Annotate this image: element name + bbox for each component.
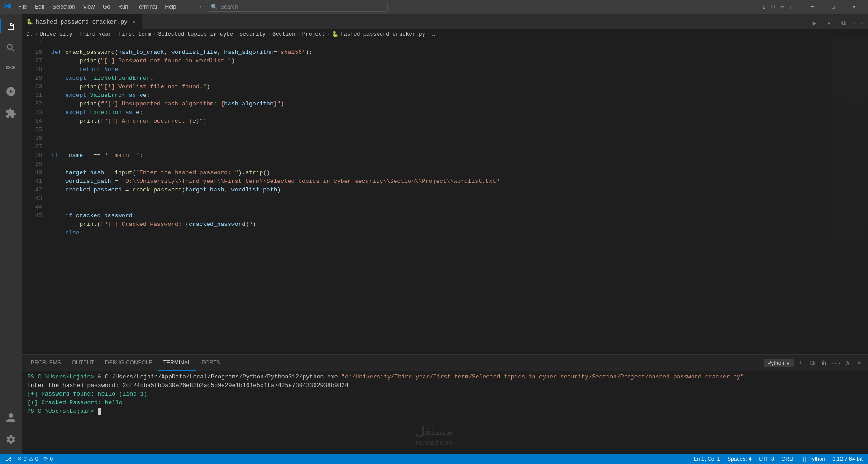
more-terminal-button[interactable]: ··· [831, 358, 841, 368]
encoding-text: UTF-8 [759, 456, 774, 462]
tab-bar: 🐍 hashed password cracker.py ✕ ▶ ▾ ⧉ ··· [22, 14, 868, 29]
editor-tab[interactable]: 🐍 hashed password cracker.py ✕ [22, 14, 142, 29]
terminal-line-2: Enter the hashed password: 2cf24dba5fb0a… [27, 381, 863, 390]
status-bar-left: ⎇ ✕ 0 ⚠ 0 ⟳ 0 [4, 456, 55, 462]
breadcrumb-third-year[interactable]: Third year [79, 31, 112, 38]
language-item[interactable]: {} Python [801, 456, 827, 462]
search-icon[interactable] [0, 37, 22, 59]
status-bar-right: Ln 1, Col 1 Spaces: 4 UTF-8 CRLF {} Pyth… [692, 456, 864, 462]
menu-help[interactable]: Help [162, 3, 180, 11]
panel-tabs: PROBLEMS OUTPUT DEBUG CONSOLE TERMINAL P… [22, 355, 868, 371]
activity-bottom [0, 407, 22, 454]
encoding-item[interactable]: UTF-8 [757, 456, 776, 462]
tab-debug-console[interactable]: DEBUG CONSOLE [100, 355, 158, 371]
editor-area: 🐍 hashed password cracker.py ✕ ▶ ▾ ⧉ ···… [22, 14, 868, 454]
errors-item[interactable]: ✕ 0 ⚠ 0 [15, 456, 40, 462]
tab-actions: ▶ ▾ ⧉ ··· [808, 17, 868, 29]
minimize-button[interactable]: ─ [802, 0, 823, 14]
more-actions-button[interactable]: ··· [852, 17, 864, 29]
git-icon: ⎇ [5, 456, 12, 462]
warning-icon: ⚠ [29, 456, 33, 462]
language-icon: {} [803, 456, 806, 462]
code-editor[interactable]: 4 26 27 28 29 30 31 32 33 34 35 36 37 38… [22, 39, 868, 354]
settings-icon[interactable] [0, 429, 22, 450]
breadcrumb-first-term[interactable]: First term [119, 31, 151, 38]
language-text: Python [808, 456, 825, 462]
git-sync-item[interactable]: ⟳ 0 [42, 456, 55, 462]
split-terminal-button[interactable]: ⧉ [807, 358, 817, 368]
layout-toggle-1[interactable]: ⊞ [760, 3, 768, 10]
tab-ports[interactable]: PORTS [196, 355, 225, 371]
split-editor-button[interactable]: ⧉ [837, 17, 850, 29]
tab-problems[interactable]: PROBLEMS [25, 355, 67, 371]
terminal-line-1: PS C:\Users\Lojain> & C:/Users/Lojain/Ap… [27, 373, 863, 381]
main-layout: 🐍 hashed password cracker.py ✕ ▶ ▾ ⧉ ···… [0, 14, 868, 454]
breadcrumb-university[interactable]: University [40, 31, 72, 38]
spaces-item[interactable]: Spaces: 4 [725, 456, 753, 462]
menu-file[interactable]: File [14, 3, 30, 11]
sync-icon: ⟳ [43, 456, 48, 462]
title-bar-left: File Edit Selection View Go Run Terminal… [4, 2, 760, 12]
menu-selection[interactable]: Selection [49, 3, 78, 11]
tab-output[interactable]: OUTPUT [67, 355, 100, 371]
close-panel-button[interactable]: ✕ [854, 358, 864, 368]
title-bar: File Edit Selection View Go Run Terminal… [0, 0, 868, 14]
window-controls: ─ ☐ ✕ [802, 0, 864, 14]
panel: PROBLEMS OUTPUT DEBUG CONSOLE TERMINAL P… [22, 354, 868, 454]
run-split-button[interactable]: ▾ [823, 17, 835, 29]
back-button[interactable]: ← [187, 3, 194, 10]
minimap [832, 39, 868, 354]
terminal-dropdown-icon: ∨ [786, 360, 790, 366]
tab-terminal[interactable]: TERMINAL [158, 355, 196, 371]
breadcrumb-project[interactable]: Project [302, 31, 325, 38]
error-count: 0 [24, 456, 27, 462]
new-terminal-button[interactable]: + [796, 358, 806, 368]
layout-toggle-2[interactable]: □ [769, 3, 777, 10]
eol-item[interactable]: CRLF [780, 456, 797, 462]
kill-terminal-button[interactable]: 🗑 [819, 358, 829, 368]
extensions-icon[interactable] [0, 102, 22, 124]
terminal-python-label[interactable]: Python ∨ [764, 359, 794, 367]
run-icon[interactable] [0, 81, 22, 102]
python-version-text: 3.12.7 64-bit [832, 456, 863, 462]
title-bar-right: ⊞ □ ▭ ▯ ─ ☐ ✕ [760, 0, 864, 14]
restore-button[interactable]: ☐ [823, 0, 844, 14]
python-label-text: Python [768, 360, 784, 366]
breadcrumb-ellipsis[interactable]: … [432, 31, 435, 38]
layout-toggle-4[interactable]: ▯ [787, 3, 795, 10]
vscode-icon [4, 3, 11, 10]
layout-toggle-3[interactable]: ▭ [778, 3, 786, 10]
line-col-item[interactable]: Ln 1, Col 1 [692, 456, 722, 462]
spaces-text: Spaces: 4 [727, 456, 751, 462]
panel-tab-actions: Python ∨ + ⧉ 🗑 ··· ∧ ✕ [764, 358, 864, 368]
menu-bar: File Edit Selection View Go Run Terminal… [14, 3, 180, 11]
python-file-icon: 🐍 [26, 19, 33, 25]
menu-terminal[interactable]: Terminal [133, 3, 160, 11]
breadcrumb-section[interactable]: Section [272, 31, 295, 38]
menu-edit[interactable]: Edit [31, 3, 48, 11]
run-file-button[interactable]: ▶ [808, 17, 821, 29]
source-control-icon[interactable] [0, 59, 22, 81]
warning-count: 0 [35, 456, 38, 462]
code-content[interactable]: def crack_password(hash_to_crack, wordli… [47, 39, 832, 354]
tab-close-button[interactable]: ✕ [130, 18, 138, 25]
breadcrumb-d[interactable]: D: [26, 31, 33, 38]
git-count: 0 [50, 456, 53, 462]
error-icon: ✕ [17, 456, 22, 462]
search-bar[interactable]: 🔍 Search [207, 2, 388, 12]
terminal-content[interactable]: PS C:\Users\Lojain> & C:/Users/Lojain/Ap… [22, 371, 868, 454]
close-button[interactable]: ✕ [844, 0, 864, 14]
activity-bar [0, 14, 22, 454]
menu-run[interactable]: Run [114, 3, 132, 11]
forward-button[interactable]: → [196, 3, 203, 10]
menu-go[interactable]: Go [99, 3, 114, 11]
breadcrumb-file-icon: 🐍 [332, 31, 339, 38]
explorer-icon[interactable] [0, 15, 22, 37]
breadcrumb-selected-topics[interactable]: Selected topics in cyber security [158, 31, 266, 38]
menu-view[interactable]: View [79, 3, 98, 11]
maximize-panel-button[interactable]: ∧ [843, 358, 853, 368]
account-icon[interactable] [0, 407, 22, 429]
python-version-item[interactable]: 3.12.7 64-bit [830, 456, 864, 462]
breadcrumb-filename[interactable]: hashed password cracker.py [340, 31, 425, 38]
git-branch-item[interactable]: ⎇ [4, 456, 14, 462]
